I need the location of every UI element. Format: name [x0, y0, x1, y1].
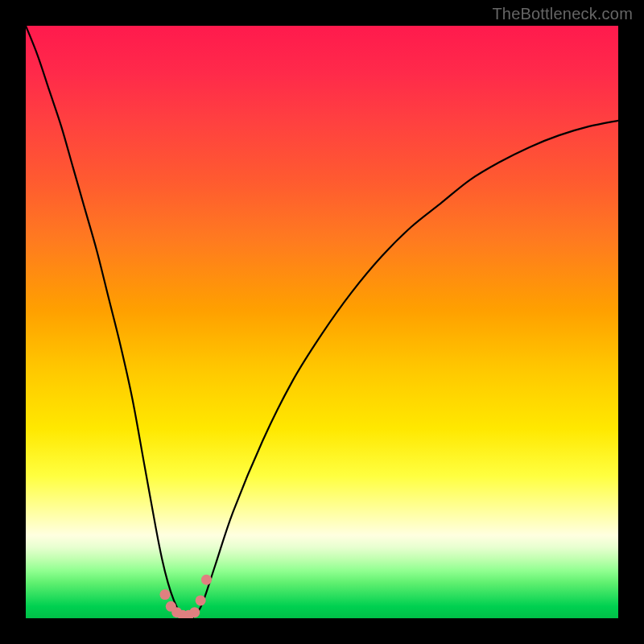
bottleneck-curve [26, 26, 618, 618]
plot-area [26, 26, 618, 618]
marker-point [189, 607, 200, 617]
marker-point [159, 589, 170, 600]
marker-point [201, 575, 212, 585]
credit-label: TheBottleneck.com [492, 5, 633, 23]
chart-svg [26, 26, 618, 618]
marker-point [196, 595, 206, 605]
